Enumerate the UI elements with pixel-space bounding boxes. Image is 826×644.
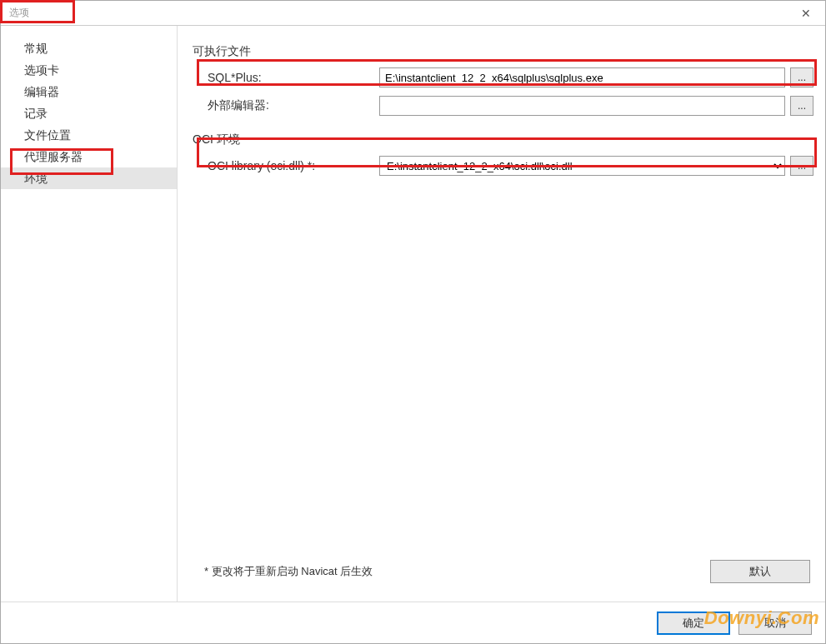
- sidebar-item-editor[interactable]: 编辑器: [1, 81, 177, 102]
- sidebar-item-records[interactable]: 记录: [1, 102, 177, 124]
- restart-note-text: * 更改将于重新启动 Navicat 后生效: [204, 564, 373, 579]
- row-oci-library: OCI library (oci.dll) *: E:\instantclien…: [208, 156, 813, 176]
- label-sqlplus: SQL*Plus:: [208, 71, 374, 84]
- restart-note-row: * 更改将于重新启动 Navicat 后生效 默认: [193, 552, 813, 595]
- row-external-editor: 外部编辑器: ...: [208, 96, 813, 116]
- sidebar-item-file-location[interactable]: 文件位置: [1, 124, 177, 146]
- titlebar: 选项 ✕: [1, 1, 825, 26]
- browse-sqlplus-button[interactable]: ...: [790, 67, 813, 87]
- section-exec-title: 可执行文件: [193, 44, 813, 59]
- label-oci-library: OCI library (oci.dll) *:: [208, 159, 374, 172]
- options-window: 选项 ✕ 常规 选项卡 编辑器 记录 文件位置 代理服务器 环境 可执行文件 S…: [0, 0, 826, 644]
- input-sqlplus[interactable]: [379, 67, 785, 87]
- content-panel: 可执行文件 SQL*Plus: ... 外部编辑器: ... OCI 环境 OC…: [178, 26, 825, 602]
- window-title: 选项: [4, 4, 34, 22]
- cancel-button[interactable]: 取消: [738, 612, 812, 635]
- select-oci-library[interactable]: E:\instantclient_12_2_x64\oci.dll\oci.dl…: [379, 156, 785, 176]
- sidebar-item-proxy[interactable]: 代理服务器: [1, 146, 177, 167]
- browse-oci-library-button[interactable]: ...: [790, 156, 813, 176]
- browse-external-editor-button[interactable]: ...: [790, 96, 813, 116]
- ok-button[interactable]: 确定: [657, 612, 730, 635]
- close-icon[interactable]: ✕: [787, 1, 825, 26]
- window-body: 常规 选项卡 编辑器 记录 文件位置 代理服务器 环境 可执行文件 SQL*Pl…: [1, 26, 825, 643]
- default-button[interactable]: 默认: [710, 560, 810, 583]
- footer: 确定 取消: [1, 602, 825, 643]
- content-split: 常规 选项卡 编辑器 记录 文件位置 代理服务器 环境 可执行文件 SQL*Pl…: [1, 26, 825, 602]
- label-external-editor: 外部编辑器:: [208, 98, 374, 113]
- sidebar-item-environment[interactable]: 环境: [1, 167, 177, 189]
- input-external-editor[interactable]: [379, 96, 785, 116]
- section-oci-title: OCI 环境: [193, 132, 813, 147]
- sidebar: 常规 选项卡 编辑器 记录 文件位置 代理服务器 环境: [1, 26, 178, 602]
- sidebar-item-tabs[interactable]: 选项卡: [1, 59, 177, 81]
- sidebar-item-general[interactable]: 常规: [1, 37, 177, 59]
- row-sqlplus: SQL*Plus: ...: [208, 67, 813, 87]
